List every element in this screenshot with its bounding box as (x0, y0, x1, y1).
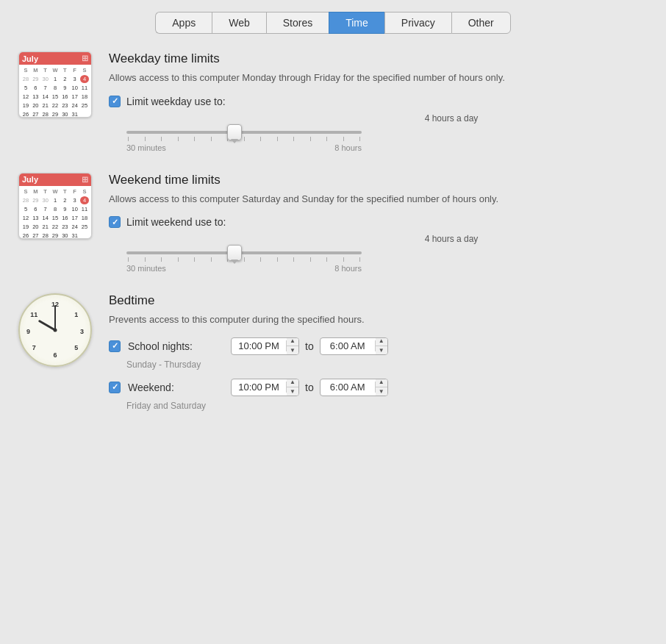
weekend-bedtime-start-stepper[interactable]: ▲ ▼ (287, 379, 298, 396)
weekend-checkbox-label: Limit weekend use to: (126, 216, 226, 228)
school-nights-start-input[interactable]: 10:00 PM ▲ ▼ (231, 337, 299, 355)
school-nights-start-up[interactable]: ▲ (287, 337, 298, 347)
weekday-section: July ⊞ SMT WTFS 282930 1234 567 891011 1… (15, 51, 651, 152)
weekend-bedtime-end-stepper[interactable]: ▲ ▼ (376, 379, 387, 396)
weekday-checkbox-row: Limit weekday use to: (109, 96, 651, 107)
weekend-slider-ticks (126, 257, 362, 262)
weekend-title: Weekend time limits (109, 173, 651, 187)
tab-time[interactable]: Time (329, 12, 384, 34)
school-nights-end-input[interactable]: 6:00 AM ▲ ▼ (320, 337, 388, 355)
weekday-calendar-icon: July ⊞ SMT WTFS 282930 1234 567 891011 1… (15, 51, 96, 118)
weekend-bedtime-end-value: 6:00 AM (321, 382, 376, 393)
tab-stores[interactable]: Stores (266, 12, 329, 34)
weekday-slider-track[interactable] (126, 131, 362, 134)
weekend-slider-max: 8 hours (334, 264, 362, 273)
weekend-checkbox[interactable] (109, 216, 121, 228)
weekday-slider-wrapper: 30 minutes 8 hours (126, 131, 362, 152)
bedtime-desc: Prevents access to this computer during … (109, 312, 550, 327)
tab-web[interactable]: Web (212, 12, 266, 34)
school-nights-end-stepper[interactable]: ▲ ▼ (376, 337, 387, 355)
weekend-section: July ⊞ SMT WTFS 282930 1234 567 891011 1… (15, 173, 651, 273)
weekend-slider-track[interactable] (126, 251, 362, 254)
clock-9: 9 (26, 328, 30, 335)
clock-7: 7 (32, 344, 36, 351)
weekend-bedtime-time-group: 10:00 PM ▲ ▼ to 6:00 AM ▲ ▼ (231, 379, 388, 396)
weekday-checkbox-label: Limit weekday use to: (126, 96, 226, 107)
clock-3: 3 (80, 328, 84, 335)
weekend-bedtime-sub-label: Friday and Saturday (126, 401, 651, 411)
tab-apps[interactable]: Apps (155, 12, 212, 34)
weekend-slider-value: 4 hours a day (251, 234, 651, 244)
weekday-slider-value: 4 hours a day (251, 113, 651, 124)
weekend-slider-thumb[interactable] (227, 245, 242, 261)
school-nights-end-up[interactable]: ▲ (376, 337, 387, 347)
weekday-slider-thumb[interactable] (227, 124, 242, 140)
weekend-bedtime-end-down[interactable]: ▼ (376, 387, 387, 396)
weekend-bedtime-start-up[interactable]: ▲ (287, 379, 298, 388)
cal-month-label: July (22, 54, 38, 63)
school-nights-time-group: 10:00 PM ▲ ▼ to 6:00 AM ▲ ▼ (231, 337, 388, 355)
weekend-slider-min: 30 minutes (126, 264, 166, 273)
weekend-bedtime-end-up[interactable]: ▲ (376, 379, 387, 388)
clock-6: 6 (53, 351, 57, 359)
weekend-bedtime-row: Weekend: 10:00 PM ▲ ▼ to 6:00 AM ▲ (109, 379, 651, 396)
weekend-bedtime-start-down[interactable]: ▼ (287, 387, 298, 396)
weekend-slider-labels: 30 minutes 8 hours (126, 264, 362, 273)
weekend-slider-wrapper: 30 minutes 8 hours (126, 251, 362, 273)
school-nights-label: School nights: (128, 340, 223, 352)
school-nights-start-down[interactable]: ▼ (287, 346, 298, 355)
clock-minute-hand (54, 305, 56, 330)
school-nights-checkbox[interactable] (109, 340, 121, 352)
weekday-slider-ticks (126, 137, 362, 141)
school-nights-to-label: to (305, 340, 314, 352)
school-nights-end-down[interactable]: ▼ (376, 346, 387, 355)
weekday-title: Weekday time limits (109, 51, 651, 66)
weekday-content: Weekday time limits Allows access to thi… (109, 51, 651, 152)
weekday-slider-min: 30 minutes (126, 143, 166, 152)
bedtime-rows: School nights: 10:00 PM ▲ ▼ to 6:00 AM ▲ (109, 337, 651, 411)
weekend-bedtime-end-input[interactable]: 6:00 AM ▲ ▼ (320, 379, 388, 396)
bedtime-title: Bedtime (109, 293, 651, 308)
bedtime-clock-icon: 12 1 3 5 6 7 9 11 (15, 293, 96, 367)
weekend-cal-month-label: July (22, 175, 38, 184)
tab-privacy[interactable]: Privacy (384, 12, 451, 34)
cal-grid-icon: ⊞ (82, 54, 88, 63)
school-nights-end-value: 6:00 AM (321, 340, 376, 351)
clock-5: 5 (74, 344, 78, 351)
bedtime-section: 12 1 3 5 6 7 9 11 Bedtime Prevents acces… (15, 293, 651, 420)
weekend-bedtime-label: Weekend: (128, 382, 223, 393)
clock-1: 1 (74, 311, 78, 318)
school-nights-start-value: 10:00 PM (232, 340, 287, 351)
tab-other[interactable]: Other (451, 12, 511, 34)
tab-bar: Apps Web Stores Time Privacy Other (15, 12, 651, 34)
weekend-content: Weekend time limits Allows access to thi… (109, 173, 651, 273)
weekend-checkbox-row: Limit weekend use to: (109, 216, 651, 228)
weekend-cal-grid-icon: ⊞ (82, 175, 88, 185)
bedtime-content: Bedtime Prevents access to this computer… (109, 293, 651, 420)
weekend-calendar-icon: July ⊞ SMT WTFS 282930 1234 567 891011 1… (15, 173, 96, 239)
weekday-desc: Allows access to this computer Monday th… (109, 71, 550, 85)
school-nights-row: School nights: 10:00 PM ▲ ▼ to 6:00 AM ▲ (109, 337, 651, 355)
clock-center-dot (54, 329, 57, 332)
weekday-slider-container: 4 hours a day 30 minutes 8 hours (126, 113, 651, 152)
weekend-bedtime-start-input[interactable]: 10:00 PM ▲ ▼ (231, 379, 299, 396)
weekend-desc: Allows access to this computer Saturday … (109, 192, 550, 207)
school-nights-start-stepper[interactable]: ▲ ▼ (287, 337, 298, 355)
clock-11: 11 (30, 311, 37, 318)
school-nights-sub-label: Sunday - Thursday (126, 359, 651, 370)
weekend-slider-container: 4 hours a day 30 minutes 8 hours (126, 234, 651, 273)
weekday-slider-max: 8 hours (334, 143, 362, 152)
weekday-checkbox[interactable] (109, 96, 121, 107)
weekend-bedtime-to-label: to (305, 382, 314, 393)
weekend-bedtime-start-value: 10:00 PM (232, 382, 287, 393)
weekend-bedtime-checkbox[interactable] (109, 382, 121, 393)
weekday-slider-labels: 30 minutes 8 hours (126, 143, 362, 152)
